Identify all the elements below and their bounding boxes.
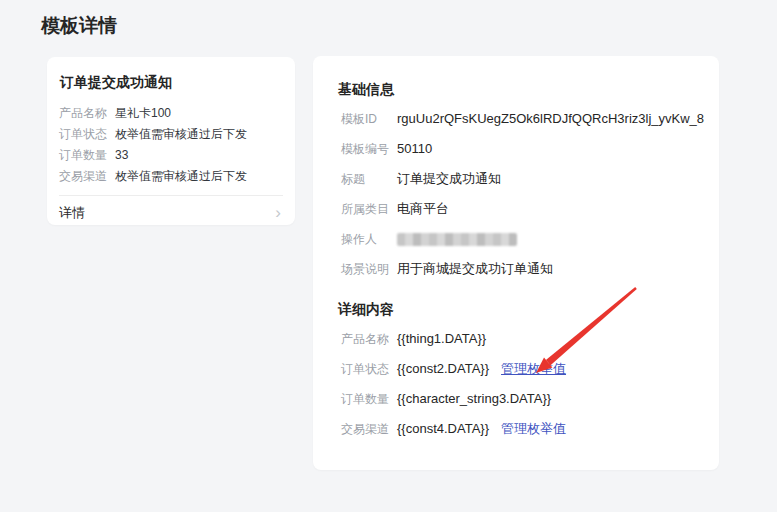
field-label: 订单数量 (59, 149, 115, 162)
field-value: 星礼卡100 (115, 107, 171, 120)
field-value: {{character_string3.DATA}} (397, 392, 551, 406)
field-value: 枚举值需审核通过后下发 (115, 170, 247, 183)
redacted-operator-value (397, 233, 517, 246)
template-preview-card: 订单提交成功通知 产品名称 星礼卡100 订单状态 枚举值需审核通过后下发 订单… (47, 57, 295, 225)
field-value: 用于商城提交成功订单通知 (397, 262, 553, 276)
field-label: 交易渠道 (59, 170, 115, 183)
info-row-category: 所属类目 电商平台 (338, 202, 695, 216)
manage-enum-values-link[interactable]: 管理枚举值 (501, 422, 566, 436)
info-row-scene-description: 场景说明 用于商城提交成功订单通知 (338, 262, 695, 276)
field-label: 模板ID (341, 112, 397, 126)
field-label: 订单数量 (341, 392, 397, 406)
chevron-right-icon: › (275, 206, 281, 220)
field-value: 枚举值需审核通过后下发 (115, 128, 247, 141)
field-value: rguUu2rQFsKUegZ5Ok6lRDJfQQRcH3riz3lj_yvK… (397, 112, 704, 126)
preview-card-title: 订单提交成功通知 (60, 75, 283, 90)
detail-content-section-title: 详细内容 (338, 302, 695, 317)
preview-row-trade-channel: 交易渠道 枚举值需审核通过后下发 (59, 170, 283, 183)
preview-row-order-status: 订单状态 枚举值需审核通过后下发 (59, 128, 283, 141)
field-label: 订单状态 (59, 128, 115, 141)
field-label: 产品名称 (341, 332, 397, 346)
field-label: 标题 (341, 172, 397, 186)
field-value: {{thing1.DATA}} (397, 332, 486, 346)
info-row-template-number: 模板编号 50110 (338, 142, 695, 156)
detail-link-label: 详情 (59, 206, 85, 220)
field-value: 33 (115, 149, 128, 162)
field-value: {{const2.DATA}} (397, 362, 489, 376)
preview-row-product-name: 产品名称 星礼卡100 (59, 107, 283, 120)
field-label: 交易渠道 (341, 422, 397, 436)
field-label: 所属类目 (341, 202, 397, 216)
page-title: 模板详情 (41, 13, 117, 39)
field-value: 电商平台 (397, 202, 449, 216)
info-row-template-id: 模板ID rguUu2rQFsKUegZ5Ok6lRDJfQQRcH3riz3l… (338, 112, 695, 126)
field-label: 操作人 (341, 232, 397, 246)
field-label: 订单状态 (341, 362, 397, 376)
template-detail-page: { "page": { "title": "模板详情" }, "left_car… (0, 0, 777, 512)
divider (59, 195, 283, 196)
detail-row-product-name: 产品名称 {{thing1.DATA}} (338, 332, 695, 346)
detail-link-row[interactable]: 详情 › (59, 206, 283, 220)
field-label: 场景说明 (341, 262, 397, 276)
field-value: {{const4.DATA}} (397, 422, 489, 436)
detail-row-trade-channel: 交易渠道 {{const4.DATA}} 管理枚举值 (338, 422, 695, 436)
preview-row-order-quantity: 订单数量 33 (59, 149, 283, 162)
detail-row-order-status: 订单状态 {{const2.DATA}} 管理枚举值 (338, 362, 695, 376)
manage-enum-values-link[interactable]: 管理枚举值 (501, 362, 566, 376)
field-label: 产品名称 (59, 107, 115, 120)
template-info-card: 基础信息 模板ID rguUu2rQFsKUegZ5Ok6lRDJfQQRcH3… (313, 56, 719, 470)
info-row-title: 标题 订单提交成功通知 (338, 172, 695, 186)
field-value: 订单提交成功通知 (397, 172, 501, 186)
field-value: 50110 (397, 142, 432, 156)
info-row-operator: 操作人 (338, 232, 695, 246)
basic-info-section-title: 基础信息 (338, 82, 695, 97)
field-label: 模板编号 (341, 142, 397, 156)
detail-row-order-quantity: 订单数量 {{character_string3.DATA}} (338, 392, 695, 406)
